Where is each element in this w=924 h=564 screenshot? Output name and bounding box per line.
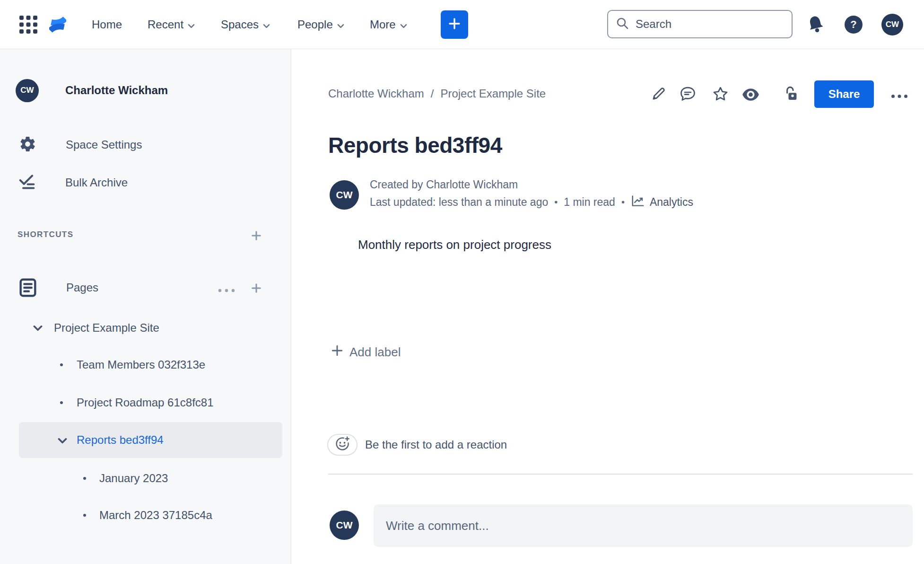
space-avatar-initials: CW (20, 86, 34, 95)
comments-divider (328, 474, 913, 475)
page-body-paragraph: Monthly reports on project progress (358, 238, 551, 252)
nav-people-label: People (297, 18, 333, 31)
breadcrumb-separator: / (431, 87, 434, 100)
add-label-button[interactable]: Add label (331, 344, 401, 360)
tree-item-label: Project Example Site (54, 321, 159, 335)
breadcrumb-space-link[interactable]: Charlotte Wickham (328, 87, 424, 100)
help-glyph: ? (850, 18, 856, 31)
bullet-icon (60, 401, 63, 404)
emoji-add-icon (334, 436, 350, 454)
notifications-bell-icon[interactable] (807, 0, 825, 49)
analytics-chart-icon (631, 194, 645, 210)
bulk-archive-icon (18, 173, 36, 193)
edit-pencil-icon[interactable] (651, 86, 666, 104)
breadcrumb: Charlotte Wickham / Project Example Site (328, 87, 546, 100)
sidebar-item-space-settings[interactable]: Space Settings (19, 135, 142, 154)
tree-item-march-2023[interactable]: March 2023 37185c4a (83, 508, 212, 522)
tree-item-label: March 2023 37185c4a (99, 509, 212, 522)
confluence-app: Home Recent Spaces People More (0, 0, 924, 564)
sidebar-item-bulk-archive[interactable]: Bulk Archive (18, 173, 128, 192)
help-icon[interactable]: ? (845, 16, 863, 34)
space-settings-label: Space Settings (66, 138, 142, 151)
comment-bubble-icon[interactable] (680, 86, 696, 104)
read-time-text: 1 min read (564, 196, 615, 209)
avatar-initials: CW (336, 520, 353, 531)
pages-icon[interactable] (17, 277, 39, 300)
add-shortcut-button[interactable] (251, 230, 262, 243)
page-more-icon[interactable] (891, 92, 908, 100)
tree-item-label: Reports bed3ff94 (77, 433, 164, 447)
bullet-icon (60, 363, 63, 366)
nav-spaces[interactable]: Spaces (221, 0, 270, 49)
nav-people[interactable]: People (297, 0, 344, 49)
collapse-chevron-icon[interactable] (33, 325, 43, 333)
commenter-avatar: CW (330, 511, 359, 540)
collapse-chevron-icon[interactable] (58, 437, 67, 446)
share-label: Share (828, 88, 860, 101)
page-meta-row: Last updated: less than a minute ago • 1… (370, 194, 693, 210)
reaction-prompt-text: Be the first to add a reaction (365, 438, 507, 451)
chevron-down-icon (400, 18, 407, 31)
page-title: Reports bed3ff94 (328, 132, 502, 158)
tree-item-team-members[interactable]: Team Members 032f313e (60, 358, 205, 372)
analytics-link[interactable]: Analytics (631, 194, 693, 210)
tree-item-label: January 2023 (99, 472, 168, 485)
shortcuts-heading: SHORTCUTS (17, 230, 73, 239)
breadcrumb-parent-link[interactable]: Project Example Site (440, 87, 546, 100)
comment-input[interactable] (386, 519, 897, 533)
create-button[interactable] (441, 10, 468, 39)
bulk-archive-label: Bulk Archive (65, 176, 128, 189)
nav-home[interactable]: Home (92, 0, 122, 49)
author-avatar[interactable]: CW (330, 180, 359, 210)
search-box[interactable] (607, 10, 793, 38)
add-label-text: Add label (349, 345, 401, 360)
add-reaction-button[interactable] (327, 434, 357, 456)
nav-more-label: More (370, 18, 396, 31)
tree-item-january-2023[interactable]: January 2023 (83, 471, 168, 485)
analytics-label: Analytics (650, 196, 693, 209)
gear-icon (19, 135, 36, 155)
plus-icon (447, 17, 462, 33)
chevron-down-icon (337, 18, 344, 31)
nav-more[interactable]: More (370, 0, 407, 49)
search-input[interactable] (636, 18, 777, 31)
nav-spaces-label: Spaces (221, 18, 259, 31)
unlock-icon[interactable] (783, 86, 799, 104)
star-icon[interactable] (712, 86, 729, 104)
search-icon (616, 17, 629, 32)
chevron-down-icon (188, 18, 195, 31)
app-switcher-icon[interactable] (19, 0, 38, 49)
nav-home-label: Home (92, 18, 122, 31)
add-page-button[interactable] (251, 283, 262, 295)
space-avatar: CW (16, 79, 39, 102)
avatar-initials: CW (336, 189, 353, 201)
bullet-icon (83, 477, 86, 480)
share-button[interactable]: Share (814, 80, 874, 108)
tree-item-label: Team Members 032f313e (77, 358, 205, 371)
created-by-text: Created by Charlotte Wickham (370, 178, 518, 191)
tree-item-project-roadmap[interactable]: Project Roadmap 61c8fc81 (60, 396, 214, 410)
sidebar-item-pages[interactable]: Pages (66, 281, 98, 294)
meta-separator: • (621, 197, 625, 208)
tree-item-project-example-site[interactable]: Project Example Site (54, 321, 159, 335)
last-updated-text: Last updated: less than a minute ago (370, 196, 548, 209)
space-header[interactable]: CW Charlotte Wickham (16, 79, 168, 102)
nav-recent-label: Recent (148, 18, 183, 31)
confluence-logo-icon[interactable] (49, 0, 66, 49)
space-name: Charlotte Wickham (65, 84, 168, 97)
avatar-initials: CW (886, 20, 899, 29)
user-avatar[interactable]: CW (881, 14, 903, 35)
watch-eye-icon[interactable] (742, 88, 759, 104)
chevron-down-icon (263, 18, 270, 31)
space-sidebar: CW Charlotte Wickham Space Settings Bulk… (0, 49, 291, 564)
pages-more-icon[interactable] (218, 286, 235, 294)
bullet-icon (83, 514, 86, 517)
nav-recent[interactable]: Recent (148, 0, 195, 49)
tree-item-label: Project Roadmap 61c8fc81 (77, 396, 214, 409)
plus-icon (331, 344, 343, 360)
comment-input-box[interactable] (374, 504, 913, 547)
tree-item-reports-label[interactable]: Reports bed3ff94 (77, 433, 164, 447)
meta-separator: • (554, 197, 558, 208)
top-navigation-bar: Home Recent Spaces People More (0, 0, 924, 49)
